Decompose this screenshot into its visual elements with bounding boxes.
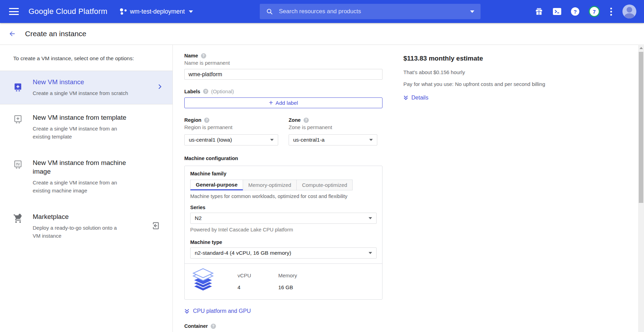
tab-memory-optimized[interactable]: Memory-optimized bbox=[243, 180, 297, 190]
more-options-icon[interactable] bbox=[609, 8, 613, 16]
hamburger-menu-icon[interactable] bbox=[9, 8, 19, 15]
machine-family-label: Machine family bbox=[190, 171, 377, 176]
sidebar-item-marketplace[interactable]: Marketplace Deploy a ready-to-go solutio… bbox=[0, 204, 172, 249]
chevron-right-icon bbox=[156, 84, 163, 91]
name-input[interactable] bbox=[184, 69, 383, 80]
sidebar-item-new-vm-from-machine-image[interactable]: New VM instance from machine image Creat… bbox=[0, 150, 172, 204]
region-select[interactable]: us-central1 (Iowa) bbox=[184, 134, 278, 145]
vertical-scrollbar[interactable] bbox=[638, 45, 644, 332]
expand-more-icon bbox=[184, 308, 190, 314]
help-icon[interactable] bbox=[304, 118, 309, 123]
tab-general-purpose[interactable]: General-purpose bbox=[190, 180, 243, 190]
sidebar-intro: To create a VM instance, select one of t… bbox=[0, 45, 172, 71]
add-label-button[interactable]: + Add label bbox=[184, 97, 383, 108]
container-label: Container bbox=[184, 323, 208, 329]
hourly-estimate: That's about $0.156 hourly bbox=[403, 69, 588, 75]
help-icon[interactable] bbox=[201, 53, 206, 58]
machine-family-description: Machine types for common workloads, opti… bbox=[190, 193, 377, 199]
machine-type-select[interactable]: n2-standard-4 (4 vCPU, 16 GB memory) bbox=[190, 247, 377, 259]
scroll-up-arrow[interactable] bbox=[639, 47, 643, 49]
sidebar-item-new-vm-from-template[interactable]: New VM instance from template Create a s… bbox=[0, 104, 172, 150]
chevron-down-icon bbox=[369, 217, 372, 219]
zone-label: Zone bbox=[289, 117, 301, 123]
vcpu-value: 4 bbox=[238, 284, 251, 290]
project-name: wm-test-deployment bbox=[130, 8, 185, 15]
chevron-down-icon bbox=[369, 139, 373, 141]
option-desc: Create a single VM instance from an exis… bbox=[33, 179, 122, 195]
create-instance-page: Google Cloud Platform wm-test-deployment bbox=[0, 0, 644, 332]
memory-label: Memory bbox=[278, 272, 297, 278]
exit-to-app-icon bbox=[151, 221, 160, 232]
machine-configuration-heading: Machine configuration bbox=[184, 156, 383, 161]
details-expander[interactable]: Details bbox=[403, 95, 588, 101]
gift-icon[interactable] bbox=[534, 7, 544, 16]
series-hint: Powered by Intel Cascade Lake CPU platfo… bbox=[190, 227, 377, 232]
instance-form: Name Name is permanent Labels (Optional)… bbox=[184, 45, 383, 332]
billing-note: Pay for what you use: No upfront costs a… bbox=[403, 81, 588, 87]
name-label: Name bbox=[184, 53, 198, 58]
tab-compute-optimized[interactable]: Compute-optimized bbox=[297, 180, 353, 190]
option-title: New VM instance from machine image bbox=[33, 159, 140, 176]
vcpu-label: vCPU bbox=[238, 272, 251, 278]
machine-image-icon bbox=[13, 160, 23, 171]
top-bar: Google Cloud Platform wm-test-deployment bbox=[0, 0, 644, 23]
cost-estimate-panel: $113.83 monthly estimate That's about $0… bbox=[403, 45, 588, 101]
name-hint: Name is permanent bbox=[184, 60, 383, 66]
region-label: Region bbox=[184, 117, 201, 123]
series-select[interactable]: N2 bbox=[190, 213, 377, 224]
search-input[interactable] bbox=[279, 8, 467, 15]
option-desc: Create a single VM instance from an exis… bbox=[33, 125, 122, 141]
scrollbar-thumb[interactable] bbox=[639, 52, 643, 203]
zone-select[interactable]: us-central1-a bbox=[289, 134, 377, 145]
search-bar[interactable] bbox=[260, 4, 481, 19]
option-title: Marketplace bbox=[33, 213, 140, 221]
help-icon[interactable] bbox=[211, 324, 216, 329]
help-icon[interactable] bbox=[203, 89, 208, 94]
cloud-shell-icon[interactable] bbox=[553, 7, 562, 16]
labels-optional: (Optional) bbox=[211, 88, 234, 94]
option-desc: Create a single VM instance from scratch bbox=[33, 89, 144, 97]
help-icon[interactable]: ? bbox=[571, 7, 580, 16]
monthly-estimate: $113.83 monthly estimate bbox=[403, 55, 588, 62]
option-desc: Deploy a ready-to-go solution onto a VM … bbox=[33, 224, 122, 240]
option-title: New VM instance from template bbox=[33, 113, 140, 122]
chevron-down-icon bbox=[189, 10, 193, 13]
plus-icon: + bbox=[269, 99, 273, 106]
expand-more-icon bbox=[403, 95, 408, 101]
vm-template-icon bbox=[13, 114, 23, 125]
option-title: New VM instance bbox=[33, 78, 140, 87]
search-icon bbox=[266, 8, 273, 15]
memory-value: 16 GB bbox=[278, 284, 297, 290]
labels-label: Labels bbox=[184, 89, 200, 94]
gcp-logo[interactable]: Google Cloud Platform bbox=[29, 7, 107, 16]
vm-instance-icon bbox=[13, 82, 23, 93]
project-icon bbox=[120, 8, 127, 15]
machine-family-tabs: General-purpose Memory-optimized Compute… bbox=[190, 180, 377, 190]
back-button[interactable] bbox=[8, 30, 17, 38]
header-actions: ? 7 bbox=[534, 0, 644, 23]
sidebar-item-new-vm-instance[interactable]: New VM instance Create a single VM insta… bbox=[0, 71, 172, 104]
notifications-badge[interactable]: 7 bbox=[589, 6, 600, 17]
series-label: Series bbox=[190, 205, 377, 210]
zone-hint: Zone is permanent bbox=[289, 124, 377, 130]
help-icon[interactable] bbox=[204, 118, 209, 123]
avatar[interactable] bbox=[622, 5, 636, 18]
machine-type-label: Machine type bbox=[190, 239, 377, 245]
project-selector[interactable]: wm-test-deployment bbox=[120, 8, 193, 15]
chevron-down-icon bbox=[270, 139, 274, 141]
page-title: Create an instance bbox=[25, 30, 86, 38]
search-dropdown-icon[interactable] bbox=[470, 10, 474, 13]
machine-configuration-box: Machine family General-purpose Memory-op… bbox=[184, 166, 383, 300]
layers-icon bbox=[190, 268, 216, 294]
cpu-platform-gpu-expander[interactable]: CPU platform and GPU bbox=[184, 308, 383, 314]
page-header: Create an instance bbox=[0, 23, 644, 45]
region-hint: Region is permanent bbox=[184, 124, 278, 130]
marketplace-cart-icon bbox=[13, 214, 23, 225]
creation-options-sidebar: To create a VM instance, select one of t… bbox=[0, 45, 173, 332]
machine-type-summary: vCPU 4 Memory 16 GB bbox=[185, 263, 382, 299]
chevron-down-icon bbox=[369, 252, 372, 254]
